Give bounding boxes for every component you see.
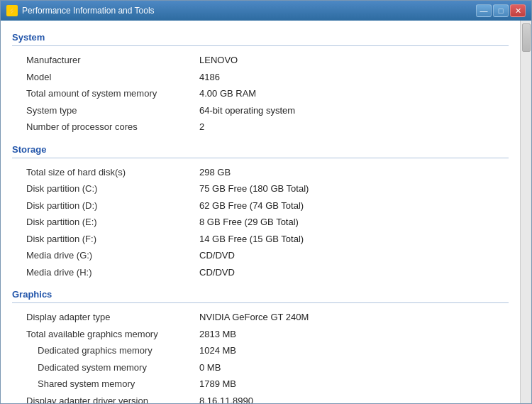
key-processor-cores: Number of processor cores [12, 119, 196, 136]
key-media-h: Media drive (H:) [12, 264, 196, 281]
minimize-button[interactable]: — [476, 4, 492, 17]
table-row: Total amount of system memory 4.00 GB RA… [12, 85, 509, 102]
scrollbar-thumb[interactable] [522, 23, 531, 52]
table-row: Media drive (G:) CD/DVD [12, 247, 509, 264]
window-controls: — □ ✕ [476, 4, 526, 17]
key-model: Model [12, 69, 196, 86]
table-row: Manufacturer LENOVO [12, 52, 509, 69]
key-disk-f: Disk partition (F:) [12, 231, 196, 248]
storage-section-header: Storage [12, 144, 509, 155]
system-divider [12, 45, 509, 46]
key-disk-d: Disk partition (D:) [12, 197, 196, 214]
main-content: System Manufacturer LENOVO Model 4186 To… [1, 21, 520, 403]
key-disk-e: Disk partition (E:) [12, 214, 196, 231]
table-row: Shared system memory 1789 MB [12, 376, 509, 393]
val-media-g: CD/DVD [196, 247, 509, 264]
title-bar: ⚡ Performance Information and Tools — □ … [1, 1, 531, 21]
key-hdd-total: Total size of hard disk(s) [12, 164, 196, 181]
key-media-g: Media drive (G:) [12, 247, 196, 264]
val-disk-c: 75 GB Free (180 GB Total) [196, 180, 509, 197]
key-adapter-type: Display adapter type [12, 309, 196, 326]
graphics-divider [12, 302, 509, 303]
table-row: Total size of hard disk(s) 298 GB [12, 164, 509, 181]
key-shared-system: Shared system memory [12, 376, 196, 393]
window-title: Performance Information and Tools [22, 6, 476, 16]
table-row: Dedicated graphics memory 1024 MB [12, 342, 509, 359]
val-media-h: CD/DVD [196, 264, 509, 281]
table-row: Dedicated system memory 0 MB [12, 359, 509, 376]
val-dedicated-system: 0 MB [196, 359, 509, 376]
system-table: Manufacturer LENOVO Model 4186 Total amo… [12, 52, 509, 136]
val-disk-d: 62 GB Free (74 GB Total) [196, 197, 509, 214]
table-row: Total available graphics memory 2813 MB [12, 326, 509, 343]
val-adapter-type: NVIDIA GeForce GT 240M [196, 309, 509, 326]
key-total-graphics-mem: Total available graphics memory [12, 326, 196, 343]
key-total-memory: Total amount of system memory [12, 85, 196, 102]
val-manufacturer: LENOVO [196, 52, 509, 69]
system-section-header: System [12, 32, 509, 43]
val-processor-cores: 2 [196, 119, 509, 136]
key-disk-c: Disk partition (C:) [12, 180, 196, 197]
storage-divider [12, 158, 509, 158]
val-total-memory: 4.00 GB RAM [196, 85, 509, 102]
table-row: Model 4186 [12, 69, 509, 86]
val-disk-e: 8 GB Free (29 GB Total) [196, 214, 509, 231]
close-button[interactable]: ✕ [510, 4, 526, 17]
window-icon: ⚡ [6, 5, 18, 16]
table-row: Number of processor cores 2 [12, 119, 509, 136]
table-row: Display adapter type NVIDIA GeForce GT 2… [12, 309, 509, 326]
content-area: System Manufacturer LENOVO Model 4186 To… [1, 21, 531, 403]
val-system-type: 64-bit operating system [196, 102, 509, 119]
main-window: ⚡ Performance Information and Tools — □ … [0, 0, 532, 404]
table-row: System type 64-bit operating system [12, 102, 509, 119]
val-model: 4186 [196, 69, 509, 86]
table-row: Display adapter driver version 8.16.11.8… [12, 393, 509, 404]
table-row: Disk partition (E:) 8 GB Free (29 GB Tot… [12, 214, 509, 231]
key-manufacturer: Manufacturer [12, 52, 196, 69]
graphics-section-header: Graphics [12, 289, 509, 300]
key-dedicated-graphics: Dedicated graphics memory [12, 342, 196, 359]
scrollbar[interactable] [520, 21, 531, 403]
val-total-graphics-mem: 2813 MB [196, 326, 509, 343]
maximize-button[interactable]: □ [493, 4, 509, 17]
table-row: Disk partition (D:) 62 GB Free (74 GB To… [12, 197, 509, 214]
table-row: Disk partition (F:) 14 GB Free (15 GB To… [12, 231, 509, 248]
val-dedicated-graphics: 1024 MB [196, 342, 509, 359]
graphics-table: Display adapter type NVIDIA GeForce GT 2… [12, 309, 509, 403]
val-shared-system: 1789 MB [196, 376, 509, 393]
key-dedicated-system: Dedicated system memory [12, 359, 196, 376]
table-row: Media drive (H:) CD/DVD [12, 264, 509, 281]
storage-table: Total size of hard disk(s) 298 GB Disk p… [12, 164, 509, 281]
key-driver-version: Display adapter driver version [12, 393, 196, 404]
table-row: Disk partition (C:) 75 GB Free (180 GB T… [12, 180, 509, 197]
key-system-type: System type [12, 102, 196, 119]
val-hdd-total: 298 GB [196, 164, 509, 181]
val-driver-version: 8.16.11.8990 [196, 393, 509, 404]
val-disk-f: 14 GB Free (15 GB Total) [196, 231, 509, 248]
